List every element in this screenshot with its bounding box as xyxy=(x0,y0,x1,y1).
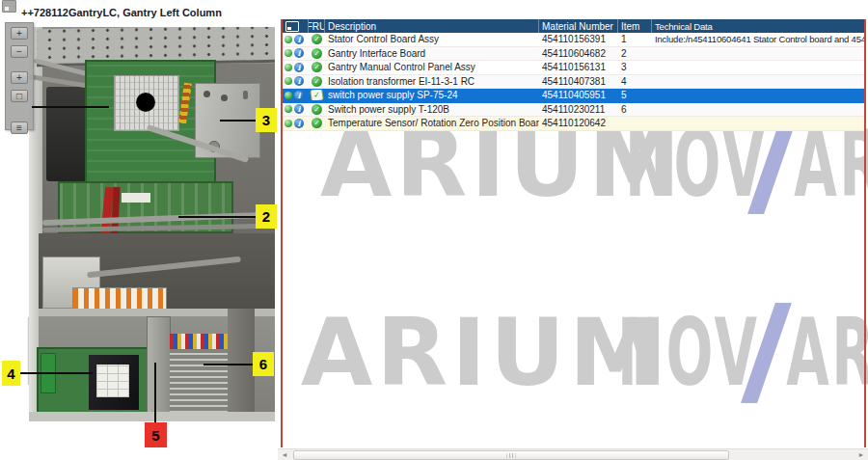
callout-leader-line-1 xyxy=(32,106,109,108)
column-header-item[interactable]: Item xyxy=(618,19,652,33)
item-cell: 4 xyxy=(618,76,652,87)
callout-label-4[interactable]: 4 xyxy=(2,361,20,386)
technical-data-cell: Include:/n454110604641 Stator Control bo… xyxy=(652,34,864,44)
fru-check-icon: ✓ xyxy=(312,118,322,128)
watermark-text: NOV AR xyxy=(617,309,868,397)
image-viewer-toolbar: +−+□≡ xyxy=(5,22,34,130)
material-number-cell: 454110156131 xyxy=(539,62,618,72)
description-cell: Gantry Interface Board xyxy=(325,48,539,59)
fru-cell: ✓ xyxy=(309,34,325,44)
status-dot-icon xyxy=(285,105,292,113)
photo-screw xyxy=(243,91,248,99)
description-cell: switch power supply SP-75-24 xyxy=(325,90,539,100)
photo-board-label xyxy=(122,193,150,203)
table-row[interactable]: i✓Gantry Interface Board4541106046822 xyxy=(283,47,864,62)
item-cell: 2 xyxy=(618,48,652,59)
photo-transformer-label xyxy=(96,365,129,397)
item-cell: 3 xyxy=(618,62,652,72)
gantry-left-column-photo[interactable] xyxy=(29,27,275,421)
table-row[interactable]: i✓switch power supply SP-75-244541104059… xyxy=(283,89,864,103)
table-row[interactable]: i✓Temperature Sensor/ Rotation Zero Posi… xyxy=(283,117,864,131)
row-status-cell: i xyxy=(283,48,309,58)
description-cell: Gantry Manual Control Panel Assy xyxy=(325,62,539,72)
material-number-cell: 454110604682 xyxy=(539,48,618,59)
column-header-description[interactable]: Description xyxy=(325,19,539,33)
callout-leader-line-3 xyxy=(220,120,257,122)
column-header-material-number[interactable]: Material Number xyxy=(539,19,618,33)
callout-leader-line-5 xyxy=(154,363,156,423)
fru-check-icon: ✓ xyxy=(312,62,322,72)
material-number-cell: 454110230211 xyxy=(539,104,618,115)
description-cell: Switch power supply T-120B xyxy=(325,104,539,115)
fru-cell: ✓ xyxy=(309,48,325,59)
photo-mounting-bracket xyxy=(147,316,171,421)
fru-check-icon: ✓ xyxy=(312,34,322,44)
column-header-technical-data[interactable]: Technical Data xyxy=(652,19,864,33)
photo-bottom-edge xyxy=(29,412,275,421)
status-dot-icon xyxy=(285,49,292,57)
fru-check-icon: ✓ xyxy=(311,90,322,100)
info-icon[interactable]: i xyxy=(294,76,304,86)
photo-power-supply xyxy=(170,338,228,419)
column-header-image[interactable] xyxy=(283,19,309,33)
status-dot-icon xyxy=(285,77,292,85)
photo-psu-wires xyxy=(170,334,228,349)
scroll-right-button[interactable]: ► xyxy=(854,449,868,460)
row-status-cell: i xyxy=(283,63,309,72)
fru-cell: ✓ xyxy=(309,104,325,115)
fru-check-icon: ✓ xyxy=(312,104,322,115)
page-title: ++728112GantryLC, Gantry Left Column xyxy=(21,7,222,18)
info-icon[interactable]: i xyxy=(294,91,304,100)
photo-screw xyxy=(221,95,228,101)
description-cell: Stator Control Board Assy xyxy=(325,34,539,44)
callout-leader-line-6 xyxy=(203,364,254,365)
callout-label-5[interactable]: 5 xyxy=(145,422,167,447)
item-cell: 6 xyxy=(618,104,652,115)
info-icon[interactable]: i xyxy=(294,48,304,58)
info-icon[interactable]: i xyxy=(294,119,304,128)
info-icon[interactable]: i xyxy=(294,104,304,114)
horizontal-scrollbar[interactable]: ◄ ► xyxy=(278,448,868,460)
photo-screw xyxy=(203,91,210,97)
material-number-cell: 454110156391 xyxy=(539,34,618,44)
callout-label-3[interactable]: 3 xyxy=(256,108,277,132)
image-column-icon xyxy=(285,21,299,32)
callout-leader-line-4 xyxy=(19,372,93,374)
parts-table: FRU Description Material Number Item Tec… xyxy=(283,19,864,131)
row-status-cell: i xyxy=(283,91,309,100)
row-status-cell: i xyxy=(283,104,309,114)
scrollbar-thumb[interactable] xyxy=(293,450,729,460)
status-dot-icon xyxy=(285,120,292,127)
callout-leader-line-2 xyxy=(178,216,257,218)
info-icon[interactable]: i xyxy=(294,35,304,44)
column-header-fru[interactable]: FRU xyxy=(309,19,325,33)
fru-check-icon: ✓ xyxy=(312,76,322,87)
scrollbar-grip xyxy=(507,453,516,458)
info-icon[interactable]: i xyxy=(294,63,304,72)
zoom-out-button[interactable]: − xyxy=(11,45,28,58)
scroll-left-button[interactable]: ◄ xyxy=(278,449,291,460)
item-cell: 1 xyxy=(618,34,652,44)
parts-table-header: FRU Description Material Number Item Tec… xyxy=(283,19,864,33)
zoom-in-button[interactable]: + xyxy=(11,27,28,40)
table-row[interactable]: i✓Stator Control Board Assy4541101563911… xyxy=(283,33,864,47)
photo-document-icon xyxy=(2,0,16,13)
table-row[interactable]: i✓Switch power supply T-120B454110230211… xyxy=(283,103,864,118)
photo-terminal-strip xyxy=(72,287,167,311)
pan-button[interactable]: + xyxy=(11,71,28,84)
table-row[interactable]: i✓Gantry Manual Control Panel Assy454110… xyxy=(283,61,864,75)
layers-button[interactable]: ≡ xyxy=(11,122,28,134)
row-status-cell: i xyxy=(283,76,309,86)
callout-label-6[interactable]: 6 xyxy=(253,352,274,376)
description-cell: Temperature Sensor/ Rotation Zero Positi… xyxy=(325,118,539,128)
fit-view-button[interactable]: □ xyxy=(11,90,28,102)
fru-cell: ✓ xyxy=(309,118,325,128)
fru-cell: ✓ xyxy=(309,76,325,87)
scrollbar-track[interactable] xyxy=(291,449,854,460)
callout-label-2[interactable]: 2 xyxy=(256,204,277,229)
fru-check-icon: ✓ xyxy=(312,48,322,59)
table-row[interactable]: i✓Isolation transformer EI-11-3-1 RC4541… xyxy=(283,75,864,90)
item-cell: 5 xyxy=(618,90,652,100)
description-cell: Isolation transformer EI-11-3-1 RC xyxy=(325,76,539,87)
status-dot-icon xyxy=(285,64,292,71)
